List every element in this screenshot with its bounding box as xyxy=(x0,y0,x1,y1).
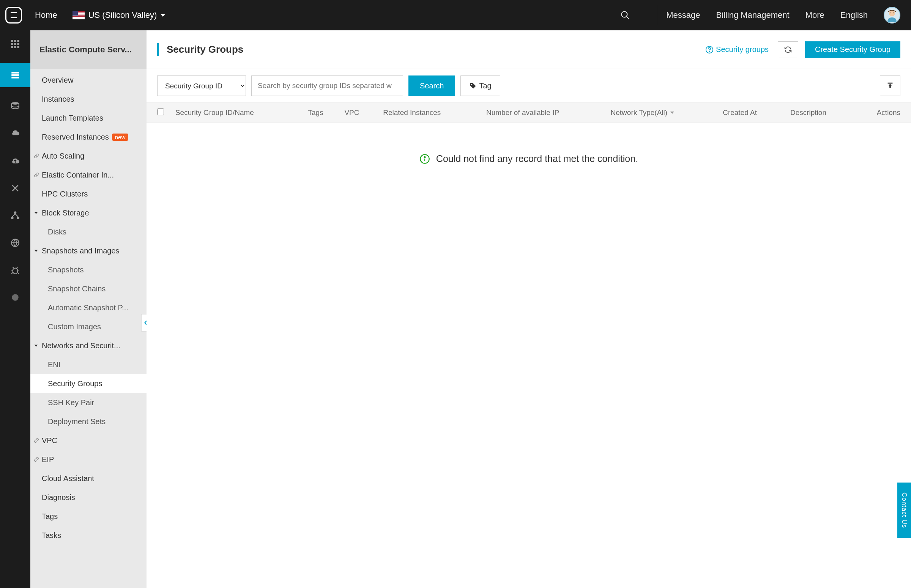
link-icon xyxy=(33,172,39,178)
svg-point-33 xyxy=(709,51,710,52)
create-security-group-button[interactable]: Create Security Group xyxy=(805,41,900,58)
collapse-sidebar-button[interactable] xyxy=(141,314,147,331)
sidebar-item-cloud-assistant[interactable]: Cloud Assistant xyxy=(31,469,147,488)
home-link[interactable]: Home xyxy=(35,10,57,20)
sidebar-item-eni[interactable]: ENI xyxy=(31,355,147,374)
svg-point-34 xyxy=(471,84,472,85)
sidebar-item-vpc[interactable]: VPC xyxy=(31,431,147,450)
sidebar-item-snapshots-and-images[interactable]: Snapshots and Images xyxy=(31,241,147,260)
sidebar-item-label: Deployment Sets xyxy=(48,417,105,426)
sidebar-item-disks[interactable]: Disks xyxy=(31,222,147,241)
sidebar-item-security-groups[interactable]: Security Groups xyxy=(31,374,147,393)
chevron-down-icon xyxy=(32,342,39,349)
filter-type-select[interactable]: Security Group ID xyxy=(157,76,246,96)
sidebar-item-snapshots[interactable]: Snapshots xyxy=(31,260,147,279)
sidebar-item-snapshot-chains[interactable]: Snapshot Chains xyxy=(31,279,147,298)
link-icon xyxy=(33,153,39,159)
svg-rect-16 xyxy=(11,77,19,78)
region-selector[interactable]: US (Silicon Valley) xyxy=(73,10,165,20)
sidebar-item-label: HPC Clusters xyxy=(42,190,88,199)
refresh-button[interactable] xyxy=(778,41,798,58)
col-related: Related Instances xyxy=(383,108,486,117)
sidebar-item-diagnosis[interactable]: Diagnosis xyxy=(31,488,147,507)
globe-icon[interactable] xyxy=(10,237,21,248)
sidebar: Elastic Compute Serv... OverviewInstance… xyxy=(31,30,147,588)
search-button[interactable]: Search xyxy=(408,76,455,96)
help-link[interactable]: Security groups xyxy=(705,45,769,54)
apps-icon[interactable] xyxy=(10,39,21,49)
more-link[interactable]: More xyxy=(806,10,824,20)
network-icon[interactable] xyxy=(10,210,21,221)
cross-icon[interactable] xyxy=(10,183,21,194)
help-link-label: Security groups xyxy=(716,45,769,54)
cloud-upload-icon[interactable] xyxy=(10,155,21,166)
sidebar-item-eip[interactable]: EIP xyxy=(31,450,147,469)
sidebar-item-ssh-key-pair[interactable]: SSH Key Pair xyxy=(31,393,147,412)
col-tags: Tags xyxy=(308,108,345,117)
contact-us-tab[interactable]: Contact Us xyxy=(897,483,911,538)
sidebar-item-deployment-sets[interactable]: Deployment Sets xyxy=(31,412,147,431)
region-label: US (Silicon Valley) xyxy=(89,10,157,20)
cloud-icon[interactable] xyxy=(10,128,21,139)
search-icon[interactable] xyxy=(620,10,630,20)
title-accent xyxy=(157,43,159,56)
billing-link[interactable]: Billing Management xyxy=(716,10,789,20)
page-title: Security Groups xyxy=(167,44,243,55)
sidebar-item-reserved-instances[interactable]: Reserved Instancesnew xyxy=(31,128,147,147)
select-all-checkbox[interactable] xyxy=(157,108,164,115)
sidebar-item-elastic-container-in[interactable]: Elastic Container In... xyxy=(31,165,147,184)
col-id-name: Security Group ID/Name xyxy=(175,108,308,117)
sidebar-item-label: Tags xyxy=(42,512,58,521)
language-selector[interactable]: English xyxy=(840,10,868,20)
svg-rect-10 xyxy=(17,43,19,45)
svg-rect-12 xyxy=(14,46,16,48)
sidebar-item-label: EIP xyxy=(42,455,54,464)
col-actions: Actions xyxy=(877,108,900,117)
col-vpc: VPC xyxy=(344,108,383,117)
sidebar-item-label: Overview xyxy=(42,76,73,85)
sidebar-item-label: Reserved Instances xyxy=(42,133,109,142)
svg-rect-8 xyxy=(11,43,13,45)
col-created: Created At xyxy=(723,108,790,117)
avatar[interactable] xyxy=(883,7,900,24)
svg-point-4 xyxy=(893,13,893,13)
tag-button-label: Tag xyxy=(479,82,491,90)
sidebar-item-auto-scaling[interactable]: Auto Scaling xyxy=(31,147,147,165)
sidebar-item-block-storage[interactable]: Block Storage xyxy=(31,204,147,222)
sidebar-item-label: Instances xyxy=(42,95,74,103)
bug-icon[interactable] xyxy=(10,265,21,275)
col-ips: Number of available IP xyxy=(486,108,611,117)
new-badge: new xyxy=(112,134,129,141)
col-network-type[interactable]: Network Type(All) xyxy=(611,108,723,117)
export-button[interactable] xyxy=(880,76,900,96)
sidebar-item-instances[interactable]: Instances xyxy=(31,89,147,108)
svg-marker-28 xyxy=(34,212,38,214)
svg-marker-30 xyxy=(34,345,38,347)
svg-point-0 xyxy=(621,11,627,17)
us-flag-icon xyxy=(73,11,85,19)
sidebar-item-automatic-snapshot-p[interactable]: Automatic Snapshot P... xyxy=(31,298,147,317)
svg-point-3 xyxy=(890,13,891,13)
sidebar-item-tags[interactable]: Tags xyxy=(31,507,147,526)
sidebar-item-label: Snapshot Chains xyxy=(48,284,105,293)
sidebar-item-custom-images[interactable]: Custom Images xyxy=(31,317,147,336)
sidebar-item-label: Disks xyxy=(48,228,66,236)
database-icon[interactable] xyxy=(10,101,21,111)
tag-button[interactable]: Tag xyxy=(460,76,500,96)
message-link[interactable]: Message xyxy=(666,10,700,20)
svg-rect-14 xyxy=(11,72,19,73)
circle-icon[interactable] xyxy=(10,292,21,303)
sidebar-item-tasks[interactable]: Tasks xyxy=(31,526,147,545)
compute-icon[interactable] xyxy=(0,63,31,87)
link-icon xyxy=(33,456,39,462)
logo[interactable] xyxy=(5,7,22,24)
info-icon xyxy=(419,153,430,164)
sidebar-item-overview[interactable]: Overview xyxy=(31,71,147,89)
sidebar-item-networks-and-securit[interactable]: Networks and Securit... xyxy=(31,336,147,355)
sidebar-item-launch-templates[interactable]: Launch Templates xyxy=(31,108,147,128)
svg-point-20 xyxy=(14,211,17,214)
sidebar-item-label: Security Groups xyxy=(48,380,102,388)
search-input[interactable] xyxy=(251,76,403,96)
sidebar-item-hpc-clusters[interactable]: HPC Clusters xyxy=(31,184,147,204)
sidebar-item-label: Diagnosis xyxy=(42,493,75,502)
